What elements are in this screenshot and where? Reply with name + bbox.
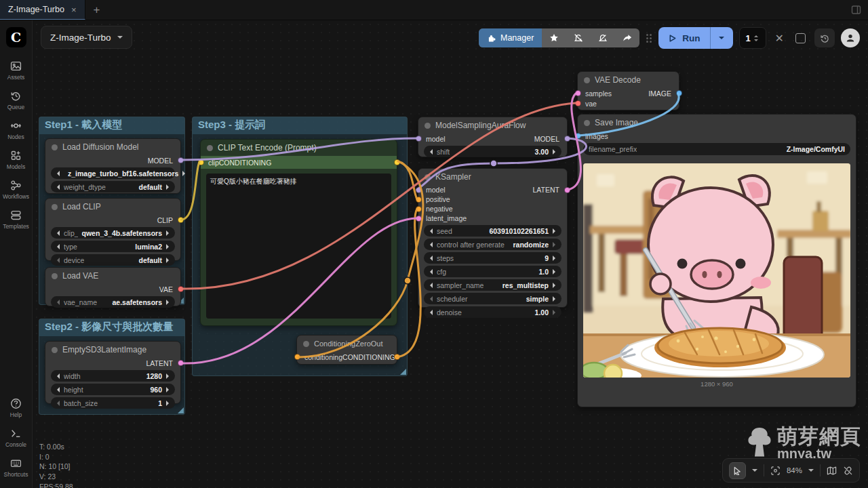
next-arrow-icon[interactable] (553, 310, 558, 315)
model-output-slot[interactable] (564, 136, 570, 142)
next-arrow-icon[interactable] (553, 283, 558, 288)
vae-output-slot[interactable] (178, 286, 184, 292)
new-tab-button[interactable]: + (85, 0, 108, 20)
sidebar-item-assets[interactable]: Assets (0, 56, 32, 85)
pointer-tool-button[interactable] (729, 462, 746, 479)
batch-count-stepper[interactable]: 1 (739, 27, 766, 49)
increment-icon[interactable] (754, 33, 758, 37)
star-button[interactable] (542, 28, 566, 47)
next-arrow-icon[interactable] (553, 149, 558, 155)
latent-image-input-slot[interactable] (416, 216, 422, 222)
widget-denoise[interactable]: denoise1.00 (424, 306, 561, 318)
node-vae-decode[interactable]: VAE Decode samples IMAGE vae (577, 71, 679, 110)
next-arrow-icon[interactable] (553, 242, 558, 247)
widget-cfg[interactable]: cfg1.0 (424, 266, 561, 277)
tab-close-icon[interactable]: × (71, 5, 77, 15)
next-arrow-icon[interactable] (166, 373, 172, 379)
bell-slash-button[interactable] (566, 28, 591, 47)
cancel-run-button[interactable]: ✕ (772, 32, 787, 45)
history-button[interactable] (814, 28, 835, 47)
vae-input-slot[interactable] (575, 100, 581, 106)
prompt-textarea[interactable]: 可愛Q版小豬在餐廳吃著豬排 (206, 174, 391, 319)
collapse-dot[interactable] (584, 120, 590, 126)
collapse-dot[interactable] (52, 204, 58, 210)
collapse-dot[interactable] (584, 77, 590, 83)
widget-type[interactable]: typelumina2 (51, 241, 175, 252)
collapse-dot[interactable] (52, 347, 58, 353)
prev-arrow-icon[interactable] (54, 401, 60, 406)
next-arrow-icon[interactable] (166, 230, 172, 236)
widget-width[interactable]: width1280 (51, 370, 175, 382)
next-arrow-icon[interactable] (166, 244, 172, 249)
chevron-down-icon[interactable] (808, 469, 814, 474)
group-title[interactable]: Step1 - 載入模型 (39, 117, 184, 134)
bell-slash-2-button[interactable] (591, 28, 615, 47)
zoom-level[interactable]: 84% (787, 466, 802, 474)
collapse-dot[interactable] (425, 123, 431, 129)
run-button[interactable]: Run (658, 27, 732, 49)
node-load-vae[interactable]: Load VAE VAE vae_nameae.safetensors (45, 267, 181, 306)
next-arrow-icon[interactable] (166, 401, 172, 406)
sidebar-item-queue[interactable]: Queue (0, 85, 32, 115)
prev-arrow-icon[interactable] (54, 171, 60, 176)
node-model-sampling-auraflow[interactable]: ModelSamplingAuraFlow model MODEL shift3… (418, 117, 568, 157)
share-button[interactable] (615, 28, 639, 47)
prev-arrow-icon[interactable] (54, 244, 60, 249)
widget-scheduler[interactable]: schedulersimple (424, 293, 561, 304)
latent-output-slot[interactable] (564, 187, 570, 193)
latent-output-slot[interactable] (178, 360, 184, 366)
prev-arrow-icon[interactable] (54, 184, 60, 190)
clip-output-slot[interactable] (178, 217, 184, 223)
node-load-diffusion-model[interactable]: Load Diffusion Model MODEL une...z_image… (45, 138, 181, 194)
widget-unet-name[interactable]: une...z_image_turbo_bf16.safetensors (51, 167, 175, 179)
chevron-down-icon[interactable] (752, 469, 757, 474)
widget-height[interactable]: height960 (51, 384, 175, 395)
decrement-icon[interactable] (754, 39, 758, 43)
next-arrow-icon[interactable] (166, 300, 172, 305)
node-clip-text-encode[interactable]: CLIP Text Encode (Prompt) clip CONDITION… (200, 139, 397, 326)
link-visibility-off-icon[interactable] (843, 466, 853, 476)
next-arrow-icon[interactable] (166, 387, 172, 392)
conditioning-input-slot[interactable] (294, 354, 300, 360)
clip-input-slot[interactable] (198, 159, 204, 165)
group-title[interactable]: Step2 - 影像尺寸與批次數量 (39, 319, 184, 336)
node-save-image[interactable]: Save Image images filename_prefix Z-Imag… (577, 114, 856, 407)
conditioning-output-slot[interactable] (394, 159, 400, 165)
collapse-dot[interactable] (52, 273, 58, 279)
node-load-clip[interactable]: Load CLIP CLIP clip_nameqwen_3_4b.safete… (45, 198, 181, 261)
next-arrow-icon[interactable] (182, 171, 188, 176)
widget-sampler-name[interactable]: sampler_nameres_multistep (424, 279, 561, 291)
fit-view-icon[interactable] (770, 466, 781, 476)
sidebar-item-console[interactable]: Console (0, 423, 32, 453)
toolbar-drag-handle[interactable] (646, 34, 652, 43)
minimap-icon[interactable] (827, 466, 837, 476)
prev-arrow-icon[interactable] (54, 230, 60, 236)
prev-arrow-icon[interactable] (427, 256, 433, 261)
sidebar-item-workflows[interactable]: Workflows (0, 175, 32, 205)
negative-input-slot[interactable] (416, 206, 422, 212)
widget-shift[interactable]: shift3.00 (424, 146, 561, 157)
workflow-tab[interactable]: Z-Image-Turbo × (0, 0, 85, 20)
prev-arrow-icon[interactable] (427, 283, 433, 288)
panel-toggle-button[interactable] (851, 0, 868, 20)
sidebar-item-models[interactable]: Models (0, 145, 32, 175)
prev-arrow-icon[interactable] (54, 387, 60, 392)
node-conditioning-zero-out[interactable]: ConditioningZeroOut conditioning CONDITI… (296, 335, 397, 365)
widget-clip-name[interactable]: clip_nameqwen_3_4b.safetensors (51, 227, 175, 239)
next-arrow-icon[interactable] (553, 269, 558, 274)
next-arrow-icon[interactable] (553, 256, 558, 261)
next-arrow-icon[interactable] (553, 228, 558, 234)
sidebar-item-templates[interactable]: Templates (0, 205, 32, 235)
samples-input-slot[interactable] (575, 90, 581, 96)
stop-button[interactable] (795, 33, 806, 43)
images-input-slot[interactable] (575, 133, 581, 139)
model-input-slot[interactable] (416, 136, 422, 142)
prev-arrow-icon[interactable] (427, 149, 433, 155)
sidebar-item-nodes[interactable]: Nodes (0, 115, 32, 145)
image-output-slot[interactable] (676, 90, 682, 96)
widget-filename-prefix[interactable]: filename_prefix Z-Image/ComfyUI (583, 143, 850, 155)
conditioning-output-slot[interactable] (394, 354, 400, 360)
prev-arrow-icon[interactable] (427, 296, 433, 302)
prev-arrow-icon[interactable] (54, 258, 60, 263)
run-options-button[interactable] (710, 27, 733, 49)
